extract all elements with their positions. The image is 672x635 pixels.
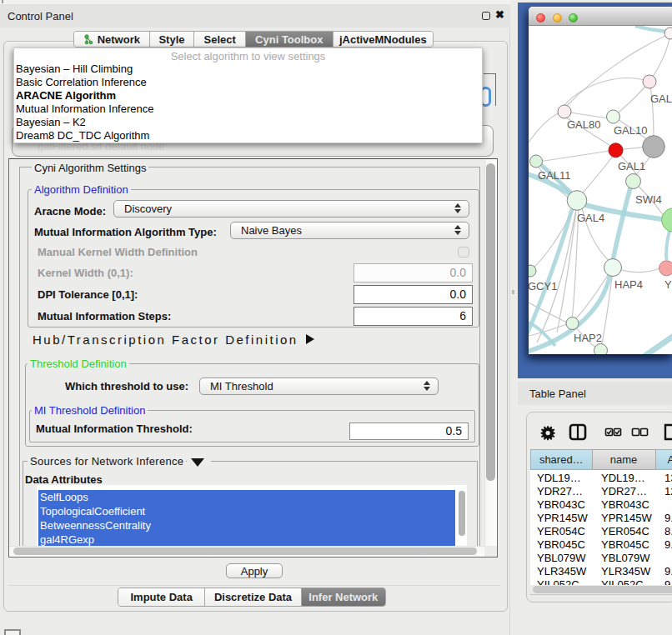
svg-text:GAL80: GAL80 — [567, 118, 600, 131]
svg-text:HAP4: HAP4 — [614, 278, 643, 291]
svg-text:SWI4: SWI4 — [635, 193, 662, 206]
svg-text:GAL10: GAL10 — [614, 124, 647, 137]
svg-text:GAL4: GAL4 — [577, 212, 604, 224]
svg-text:GAL: GAL — [650, 92, 672, 105]
svg-text:GAL11: GAL11 — [538, 169, 571, 182]
svg-text:HAP2: HAP2 — [574, 332, 602, 344]
svg-text:Y: Y — [664, 278, 672, 291]
svg-text:GCY1: GCY1 — [529, 280, 557, 292]
svg-text:GAL1: GAL1 — [618, 160, 645, 172]
